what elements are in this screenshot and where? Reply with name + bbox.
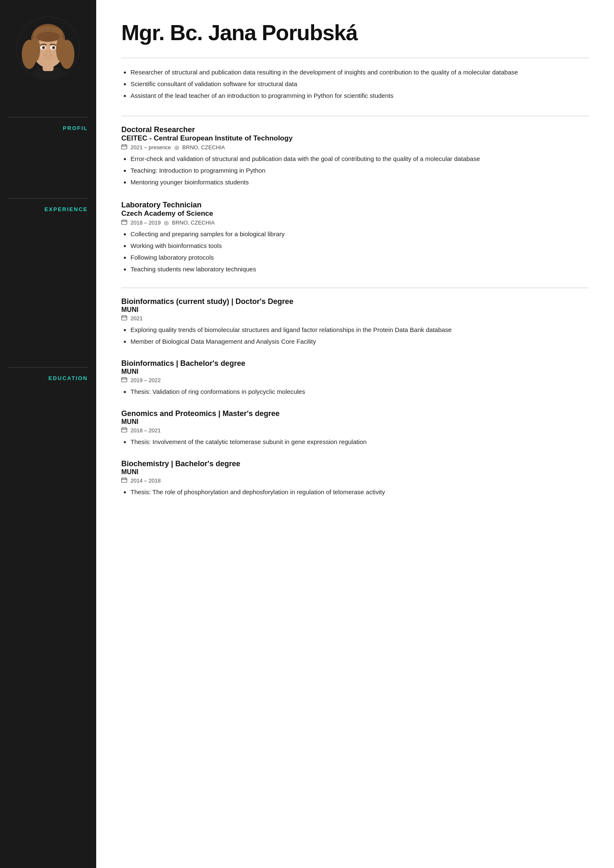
sidebar-label-experience: EXPERIENCE — [8, 206, 88, 212]
exp2-bullet-3: Following laboratory protocols — [130, 253, 589, 263]
calendar-icon-edu1 — [121, 315, 127, 322]
avatar — [17, 17, 79, 79]
edu3-school: MUNI — [121, 418, 589, 426]
svg-rect-25 — [122, 220, 127, 225]
edu1-school: MUNI — [121, 306, 589, 314]
exp2-bullet-1: Collecting and preparing samples for a b… — [130, 229, 589, 239]
exp2-bullet-2: Working with bioinformatics tools — [130, 241, 589, 251]
sidebar-label-profil: PROFIL — [8, 125, 88, 131]
edu2-school: MUNI — [121, 368, 589, 375]
svg-rect-37 — [122, 428, 127, 432]
profile-item-3: Assistant of the lead teacher of an intr… — [130, 91, 589, 101]
exp2-bullet-4: Teaching students new laboratory techniq… — [130, 264, 589, 274]
profile-divider — [121, 58, 589, 58]
person-name: Mgr. Bc. Jana Porubská — [121, 20, 589, 45]
calendar-icon-exp2 — [121, 220, 127, 226]
edu1-years: 2021 — [130, 315, 143, 322]
exp1-location: BRNO, CZECHIA — [182, 144, 225, 151]
exp1-bullet-3: Mentoring younger bioinformatics student… — [130, 177, 589, 187]
svg-point-17 — [52, 46, 55, 49]
exp1-bullets: Error-check and validation of structural… — [121, 154, 589, 187]
calendar-icon-edu2 — [121, 377, 127, 383]
sidebar-sections: PROFIL EXPERIENCE EDUCATION — [8, 105, 88, 381]
svg-rect-29 — [122, 316, 127, 320]
sidebar: PROFIL EXPERIENCE EDUCATION — [0, 0, 96, 868]
exp1-years: 2021 – presence — [130, 144, 171, 151]
sidebar-divider-education — [8, 367, 88, 368]
svg-rect-21 — [122, 145, 127, 149]
edu3-title: Genomics and Proteomics | Master's degre… — [121, 409, 589, 418]
edu4-meta: 2014 – 2018 — [121, 477, 589, 484]
pin-icon-exp2: ◎ — [164, 220, 169, 226]
profile-item-2: Scientific consultant of validation soft… — [130, 79, 589, 89]
svg-rect-41 — [122, 478, 127, 483]
edu4-school: MUNI — [121, 468, 589, 476]
profile-list: Researcher of structural and publication… — [121, 67, 589, 101]
exp1-bullet-1: Error-check and validation of structural… — [130, 154, 589, 164]
exp2-meta: 2018 – 2019 ◎ BRNO, CZECHIA — [121, 220, 589, 226]
exp1-title: Doctoral Researcher — [121, 125, 589, 134]
profile-section: Researcher of structural and publication… — [121, 67, 589, 101]
svg-point-20 — [39, 59, 57, 65]
sidebar-divider-experience — [8, 198, 88, 199]
svg-point-16 — [42, 46, 45, 49]
edu2-years: 2019 – 2022 — [130, 377, 161, 383]
svg-point-13 — [36, 32, 60, 42]
edu4-title: Biochemistry | Bachelor's degree — [121, 460, 589, 468]
experience-entry-1: Doctoral Researcher CEITEC - Central Eur… — [121, 125, 589, 187]
edu3-meta: 2018 – 2021 — [121, 427, 589, 434]
sidebar-divider-profil — [8, 117, 88, 117]
edu-entry-2: Bioinformatics | Bachelor's degree MUNI … — [121, 359, 589, 397]
exp2-title: Laboratory Technician — [121, 201, 589, 209]
edu2-bullets: Thesis: Validation of ring conformations… — [121, 387, 589, 397]
edu1-bullets: Exploring quality trends of biomolecular… — [121, 325, 589, 347]
exp2-years: 2018 – 2019 — [130, 220, 161, 226]
edu-entry-3: Genomics and Proteomics | Master's degre… — [121, 409, 589, 447]
edu3-bullets: Thesis: Involvement of the catalytic tel… — [121, 437, 589, 447]
edu3-bullet-1: Thesis: Involvement of the catalytic tel… — [130, 437, 589, 447]
edu1-title: Bioinformatics (current study) | Doctor'… — [121, 297, 589, 306]
education-divider — [121, 288, 589, 288]
calendar-icon-edu4 — [121, 477, 127, 484]
edu-entry-1: Bioinformatics (current study) | Doctor'… — [121, 297, 589, 347]
edu4-bullet-1: Thesis: The role of phosphorylation and … — [130, 487, 589, 497]
pin-icon-exp1: ◎ — [174, 144, 179, 151]
sidebar-label-education: EDUCATION — [8, 375, 88, 381]
edu4-years: 2014 – 2018 — [130, 477, 161, 484]
exp2-bullets: Collecting and preparing samples for a b… — [121, 229, 589, 274]
profile-item-1: Researcher of structural and publication… — [130, 67, 589, 77]
edu4-bullets: Thesis: The role of phosphorylation and … — [121, 487, 589, 497]
main-content: Mgr. Bc. Jana Porubská Researcher of str… — [96, 0, 614, 868]
edu1-bullet-2: Member of Biological Data Management and… — [130, 337, 589, 347]
svg-point-12 — [56, 37, 66, 62]
exp2-org: Czech Academy of Science — [121, 209, 589, 218]
edu2-meta: 2019 – 2022 — [121, 377, 589, 383]
calendar-icon-exp1 — [121, 144, 127, 151]
edu2-title: Bioinformatics | Bachelor's degree — [121, 359, 589, 368]
exp1-bullet-2: Teaching: Introduction to programming in… — [130, 166, 589, 176]
edu1-meta: 2021 — [121, 315, 589, 322]
exp1-org: CEITEC - Central European Institute of T… — [121, 134, 589, 143]
exp1-meta: 2021 – presence ◎ BRNO, CZECHIA — [121, 144, 589, 151]
edu3-years: 2018 – 2021 — [130, 427, 161, 434]
edu1-bullet-1: Exploring quality trends of biomolecular… — [130, 325, 589, 335]
svg-rect-33 — [122, 378, 127, 382]
svg-point-11 — [30, 37, 40, 62]
edu2-bullet-1: Thesis: Validation of ring conformations… — [130, 387, 589, 397]
svg-point-19 — [54, 47, 54, 48]
calendar-icon-edu3 — [121, 427, 127, 434]
svg-point-18 — [43, 47, 44, 48]
experience-divider — [121, 116, 589, 116]
exp2-location: BRNO, CZECHIA — [172, 220, 215, 226]
experience-entry-2: Laboratory Technician Czech Academy of S… — [121, 201, 589, 274]
edu-entry-4: Biochemistry | Bachelor's degree MUNI 20… — [121, 460, 589, 497]
